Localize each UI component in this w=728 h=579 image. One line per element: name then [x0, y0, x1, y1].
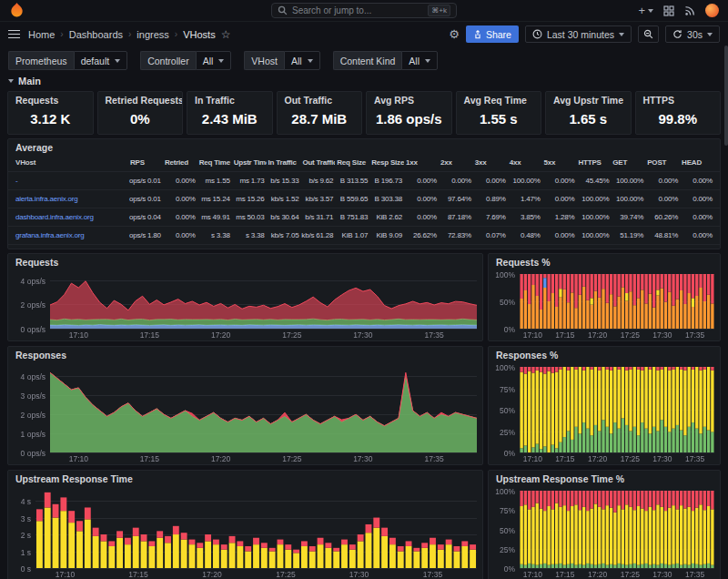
- panel-title[interactable]: Requests: [8, 254, 482, 269]
- table-column-header[interactable]: HTTPS: [576, 158, 611, 167]
- clock-icon: [532, 29, 542, 39]
- stat-panel-title[interactable]: Avg Upstr Time: [546, 92, 631, 107]
- table-cell: 196.73 B: [369, 177, 404, 185]
- table-column-header[interactable]: In Traffic: [267, 158, 301, 167]
- table-column-header[interactable]: 1xx: [404, 158, 439, 167]
- table-column-header[interactable]: Retried: [163, 158, 197, 167]
- table-column-header[interactable]: 3xx: [473, 158, 508, 167]
- stat-panel-title[interactable]: Requests: [8, 92, 93, 107]
- panel-title[interactable]: Responses: [8, 347, 482, 361]
- table-column-header[interactable]: 2xx: [439, 158, 473, 167]
- table-cell: 3.38 s: [232, 231, 267, 239]
- table-cell: 100.00%: [508, 177, 542, 185]
- nav-icons: +: [638, 4, 719, 17]
- vhost-link[interactable]: -: [14, 177, 128, 185]
- vhost-link[interactable]: alerta.infra.aenix.org: [14, 195, 128, 203]
- table-column-header[interactable]: VHost: [14, 158, 128, 167]
- favorite-star-icon[interactable]: ☆: [221, 28, 231, 41]
- table-column-header[interactable]: Req Size: [335, 158, 369, 167]
- datasource-dropdown[interactable]: default: [74, 51, 128, 70]
- refresh-button[interactable]: 30s: [665, 25, 720, 43]
- user-avatar[interactable]: [705, 4, 719, 17]
- table-cell: 559.65 B: [335, 195, 369, 203]
- panel-upstream-time: Upstream Response Time: [7, 470, 483, 579]
- zoom-out-button[interactable]: [638, 25, 659, 43]
- table-cell: 751.83 B: [335, 213, 369, 221]
- panel-title[interactable]: Responses %: [489, 347, 720, 361]
- stat-panel: Avg RPS1.86 ops/s: [366, 91, 452, 135]
- breadcrumb-home[interactable]: Home: [28, 29, 55, 40]
- time-range-picker[interactable]: Last 30 minutes: [525, 25, 632, 43]
- responses-chart[interactable]: [8, 361, 482, 464]
- section-title: Main: [18, 76, 41, 86]
- section-header-main[interactable]: Main: [0, 74, 728, 91]
- requests-pct-chart[interactable]: [489, 269, 720, 340]
- panel-title[interactable]: Upstream Response Time %: [489, 471, 720, 485]
- panel-title[interactable]: Average: [8, 139, 720, 154]
- stat-value: 1.65 s: [546, 107, 631, 134]
- table-column-header[interactable]: 4xx: [508, 158, 542, 167]
- table-cell: 1.52 kb/s: [267, 195, 301, 203]
- scrollbar-thumb[interactable]: [724, 46, 728, 146]
- table-cell: 31.71 b/s: [300, 213, 335, 221]
- panel-responses-pct: Responses %: [488, 346, 721, 465]
- filter-label: Prometheus: [8, 51, 74, 70]
- table-cell: 0.00%: [645, 177, 680, 185]
- table-cell: 1.28%: [542, 213, 577, 221]
- breadcrumb-dashboards[interactable]: Dashboards: [69, 29, 123, 40]
- table-cell: 1.55 ms: [197, 177, 232, 185]
- stat-panel-title[interactable]: Retried Requests: [98, 92, 183, 107]
- stat-panel-title[interactable]: In Traffic: [187, 92, 272, 107]
- average-table-panel: Average VHostRPSRetriedReq TimeUpstr Tim…: [7, 138, 721, 249]
- menu-icon[interactable]: [8, 30, 20, 39]
- vhost-link[interactable]: grafana.infra.aenix.org: [14, 231, 128, 239]
- table-column-header[interactable]: GET: [611, 158, 645, 167]
- table-cell: 0.04 ops/s: [128, 213, 163, 221]
- filter-vhost: VHost All: [244, 51, 319, 70]
- grafana-logo-icon[interactable]: [9, 3, 25, 18]
- stat-value: 99.8%: [636, 107, 721, 134]
- settings-gear-icon[interactable]: ⚙: [449, 27, 460, 41]
- filter-prometheus: Prometheus default: [8, 51, 127, 70]
- upstream-time-pct-chart[interactable]: [489, 485, 720, 579]
- zoom-out-icon: [643, 29, 653, 39]
- breadcrumb-folder[interactable]: ingress: [136, 29, 168, 40]
- add-button[interactable]: +: [638, 4, 653, 17]
- apps-grid-icon[interactable]: [663, 5, 674, 16]
- table-cell: 15.33 b/s: [267, 177, 301, 185]
- table-column-header[interactable]: RPS: [128, 158, 163, 167]
- stat-panel-title[interactable]: Avg RPS: [367, 92, 451, 107]
- share-button[interactable]: Share: [466, 25, 519, 43]
- table-column-header[interactable]: Upstr Time: [232, 158, 267, 167]
- filter-label: Controller: [140, 51, 196, 70]
- table-column-header[interactable]: Req Time: [197, 158, 232, 167]
- scrollbar[interactable]: [724, 46, 728, 577]
- stat-panel-title[interactable]: Avg Req Time: [457, 92, 541, 107]
- stat-panel: Avg Upstr Time1.65 s: [545, 91, 632, 135]
- filter-content-kind: Content Kind All: [333, 51, 438, 70]
- chevron-down-icon: [648, 9, 653, 13]
- panel-title[interactable]: Upstream Response Time: [8, 471, 482, 485]
- stat-panel-title[interactable]: Out Traffic: [278, 92, 362, 107]
- panel-title[interactable]: Requests %: [489, 254, 720, 269]
- rss-icon[interactable]: [684, 5, 695, 16]
- vhost-link[interactable]: dashboard.infra.aenix.org: [14, 213, 128, 221]
- search-input[interactable]: Search or jump to... ⌘+k: [271, 3, 457, 18]
- table-cell: 0.00%: [645, 195, 680, 203]
- table-column-header[interactable]: Out Traffic: [300, 158, 335, 167]
- table-column-header[interactable]: Resp Size: [369, 158, 404, 167]
- responses-pct-chart[interactable]: [489, 361, 720, 464]
- table-column-header[interactable]: 5xx: [542, 158, 577, 167]
- table-column-header[interactable]: POST: [645, 158, 680, 167]
- vhost-dropdown[interactable]: All: [284, 51, 320, 70]
- table-cell: 15.26 ms: [232, 195, 267, 203]
- controller-dropdown[interactable]: All: [196, 51, 232, 70]
- table-cell: 0.01 ops/s: [128, 177, 163, 185]
- table-column-header[interactable]: HEAD: [680, 158, 714, 167]
- content-kind-dropdown[interactable]: All: [401, 51, 438, 70]
- upstream-time-chart[interactable]: [8, 485, 482, 579]
- requests-chart[interactable]: [8, 269, 482, 340]
- table-cell: 1.73 ms: [232, 177, 267, 185]
- charts-grid: Requests Requests % Responses Responses …: [0, 249, 728, 579]
- stat-panel-title[interactable]: HTTPS: [636, 92, 721, 107]
